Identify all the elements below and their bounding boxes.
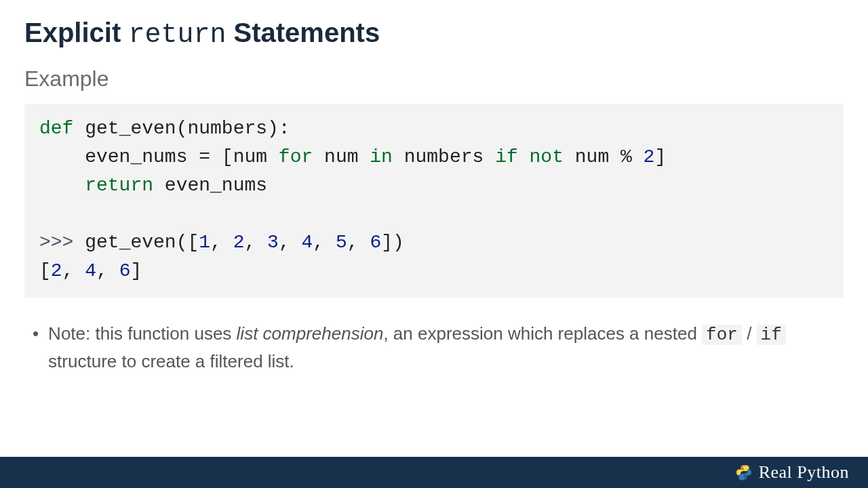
title-code-return: return	[128, 20, 226, 50]
note-emphasis: list comprehension	[237, 323, 384, 344]
slide: Explicit return Statements Example def g…	[0, 0, 868, 488]
bullet-icon: •	[33, 321, 39, 375]
code-text: ,	[210, 232, 233, 253]
code-text: ,	[313, 232, 336, 253]
note-mid: , an expression which replaces a nested	[383, 323, 702, 344]
code-text: ,	[62, 260, 85, 281]
num-literal: 6	[370, 232, 381, 253]
num-literal: 2	[51, 260, 62, 281]
kw-return: return	[39, 175, 153, 196]
page-title: Explicit return Statements	[24, 16, 844, 52]
num-literal: 1	[199, 232, 210, 253]
code-text: [	[39, 260, 51, 281]
note-prefix: Note: this function uses	[48, 323, 236, 344]
code-text: num	[313, 146, 370, 167]
kw-in: in	[370, 146, 393, 167]
code-text: numbers	[393, 146, 495, 167]
footer-brand: Real Python	[736, 462, 849, 483]
code-text: ]	[130, 260, 142, 281]
kw-if: if	[495, 146, 518, 167]
repl-prompt: >>>	[39, 232, 73, 253]
note-text: Note: this function uses list comprehens…	[48, 321, 844, 375]
code-text: get_even(numbers):	[73, 118, 290, 139]
code-text: num %	[564, 146, 644, 167]
code-text	[518, 146, 530, 167]
kw-not: not	[530, 146, 564, 167]
python-logo-icon	[736, 464, 752, 481]
footer-bar: Real Python	[0, 457, 868, 488]
kw-for: for	[279, 146, 313, 167]
brand-text: Real Python	[759, 462, 849, 483]
title-part2: Statements	[226, 18, 380, 47]
num-literal: 4	[302, 232, 313, 253]
num-literal: 2	[233, 232, 245, 253]
title-part1: Explicit	[24, 18, 128, 47]
inline-code-if: if	[757, 325, 786, 345]
code-text: ,	[347, 232, 370, 253]
num-literal: 3	[267, 232, 279, 253]
code-text: ,	[96, 260, 119, 281]
num-literal: 4	[85, 260, 96, 281]
note-tail: structure to create a filtered list.	[48, 351, 294, 371]
kw-def: def	[39, 118, 73, 139]
code-text: ])	[381, 232, 404, 253]
code-text: ,	[245, 232, 268, 253]
code-text: get_even([	[73, 232, 199, 253]
code-block: def get_even(numbers): even_nums = [num …	[24, 104, 844, 298]
slide-content: Explicit return Statements Example def g…	[0, 0, 868, 375]
code-text: even_nums = [num	[39, 146, 279, 167]
note-bullet: • Note: this function uses list comprehe…	[24, 321, 844, 375]
num-literal: 6	[119, 260, 131, 281]
note-slash: /	[742, 323, 757, 344]
code-text: ]	[654, 146, 666, 167]
code-text: even_nums	[153, 175, 267, 196]
num-literal: 2	[644, 146, 655, 167]
code-text: ,	[279, 232, 302, 253]
inline-code-for: for	[702, 325, 742, 345]
num-literal: 5	[336, 232, 347, 253]
subtitle: Example	[24, 66, 844, 92]
